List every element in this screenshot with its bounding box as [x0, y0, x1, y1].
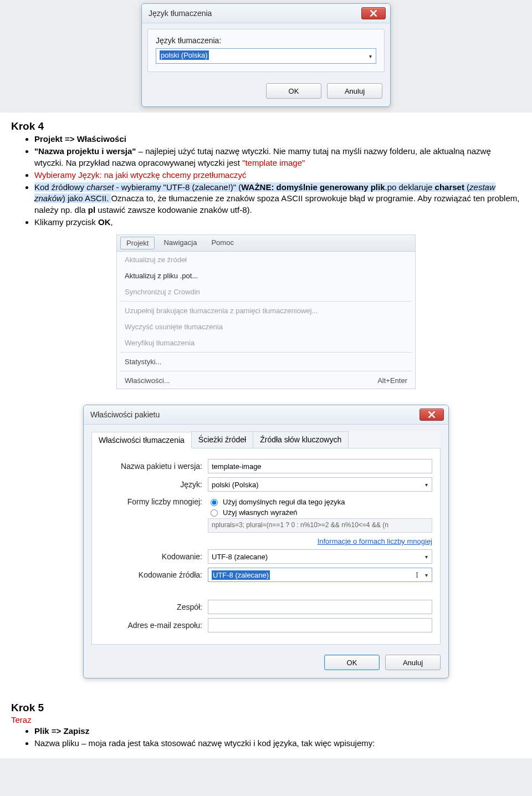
package-properties-dialog: Właściwości pakietu Właściwości tłumacze… — [83, 405, 449, 678]
menu-separator — [120, 371, 412, 371]
text-cursor-icon: I — [416, 570, 418, 580]
menu-item-shortcut: Alt+Enter — [377, 376, 407, 385]
step4-b5-bold: OK — [98, 217, 111, 227]
team-email-input[interactable] — [208, 618, 432, 632]
label-plural: Formy liczby mnogiej: — [100, 496, 208, 506]
menubar: Projekt Nawigacja Pomoc — [117, 235, 415, 252]
label-package-name: Nazwa pakietu i wersja: — [100, 462, 208, 471]
tab-source-paths[interactable]: Ścieżki źródeł — [191, 431, 253, 448]
step4-b3: Wybieramy Język: na jaki wtyczkę chcemy … — [34, 170, 246, 180]
step4-b4-pre: Kod źródłowy — [34, 182, 86, 192]
step5-b1: Plik => Zapisz — [34, 726, 89, 736]
menu-item-validate[interactable]: Weryfikuj tłumaczenia — [117, 335, 415, 351]
encoding-select[interactable]: ▾ — [208, 549, 432, 564]
radio-custom-plural-input[interactable] — [211, 509, 218, 517]
menu-separator — [120, 352, 412, 353]
close-button[interactable] — [420, 409, 444, 421]
menu-item-stats[interactable]: Statystyki... — [117, 354, 415, 370]
ok-button[interactable]: OK — [324, 655, 380, 670]
radio-label: Użyj domyślnych reguł dla tego języka — [223, 498, 345, 506]
menu-separator — [120, 301, 412, 302]
package-name-input[interactable] — [208, 459, 432, 473]
step5-list: Plik => Zapisz Nazwa pliku – moja rada j… — [11, 726, 521, 749]
close-icon — [370, 9, 377, 18]
titlebar: Właściwości pakietu — [84, 405, 448, 425]
plural-info-link[interactable]: Informacje o formach liczby mnogiej — [318, 537, 432, 545]
radio-custom-plural[interactable]: Użyj własnych wyrażeń — [208, 508, 432, 517]
menu-projekt[interactable]: Projekt — [120, 237, 155, 249]
source-encoding-value: UTF-8 (zalecane) — [212, 570, 270, 580]
step4-b1: Projekt => Właściwości — [34, 134, 126, 144]
source-encoding-select[interactable]: UTF-8 (zalecane) I ▾ — [208, 568, 432, 582]
step4-b4-it: charset — [86, 182, 114, 192]
step5-b2: Nazwa pliku – moja rada jest taka stosow… — [34, 738, 375, 748]
label-language: Język: — [100, 480, 208, 489]
label-encoding: Kodowanie: — [100, 552, 208, 561]
step4-b5-pre: Klikamy przycisk — [34, 217, 98, 227]
team-input[interactable] — [208, 600, 432, 614]
menu-item-clear-removed[interactable]: Wyczyść usunięte tłumaczenia — [117, 319, 415, 335]
step5-heading: Krok 5 — [11, 702, 521, 714]
radio-label: Użyj własnych wyrażeń — [223, 508, 297, 517]
menu-item-label: Właściwości... — [125, 376, 170, 385]
step4-b5-tail: , — [111, 217, 113, 227]
label-team: Zespół: — [100, 603, 208, 611]
label-source-encoding: Kodowanie źródła: — [100, 570, 208, 579]
step4-b2-pre: "Nazwa projektu i wersja" — [34, 146, 136, 156]
language-select[interactable]: polski (Polska) ▾ — [156, 48, 376, 64]
project-menu-screenshot: Projekt Nawigacja Pomoc Aktualizuj ze źr… — [116, 234, 416, 389]
menu-nawigacja[interactable]: Nawigacja — [158, 237, 202, 249]
dialog-title: Język tłumaczenia — [149, 9, 212, 18]
close-icon — [428, 410, 435, 420]
step4-b4-bold3: pl — [88, 205, 95, 215]
step4-b4-bold1: WAŻNE: domyślnie generowany plik — [241, 182, 385, 192]
step4-list: Projekt => Właściwości "Nazwa projektu i… — [11, 134, 521, 228]
menu-item-update-pot[interactable]: Aktualizuj z pliku .pot... — [117, 268, 415, 284]
language-value: polski (Polska) — [160, 50, 209, 60]
step4-heading: Krok 4 — [11, 120, 521, 132]
menu-item-update-sources[interactable]: Aktualizuj ze źródeł — [117, 252, 415, 268]
step4-b4-tail2: ustawić zawsze kodowanie znaków utf-8). — [95, 205, 252, 215]
step4-b4-mid: - wybieramy "UTF-8 (zalecane!)" ( — [114, 182, 241, 192]
encoding-value[interactable] — [208, 549, 432, 564]
radio-default-plural-input[interactable] — [211, 499, 218, 506]
tabs: Właściwości tłumaczenia Ścieżki źródeł Ź… — [91, 431, 441, 448]
cancel-button[interactable]: Anuluj — [385, 655, 441, 670]
plural-expression: nplurals=3; plural=(n==1 ? 0 : n%10>=2 &… — [208, 518, 432, 533]
step4-b4-after3: ) jako ASCII. — [63, 193, 109, 203]
dialog-title: Właściwości pakietu — [90, 410, 160, 419]
step5-teraz: Teraz — [11, 715, 521, 724]
step4-b4-after1: .po deklaruje — [385, 182, 435, 192]
ok-button[interactable]: OK — [266, 83, 321, 99]
cancel-button[interactable]: Anuluj — [327, 83, 382, 99]
titlebar: Język tłumaczenia — [142, 4, 390, 23]
menu-item-fill-tm[interactable]: Uzupełnij brakujące tłumaczenia z pamięc… — [117, 303, 415, 319]
tab-panel: Nazwa pakietu i wersja: Język: ▾ — [91, 448, 441, 645]
language-value[interactable] — [208, 477, 432, 492]
step4-b2-red: "template image" — [242, 158, 305, 167]
menu-pomoc[interactable]: Pomoc — [206, 237, 239, 249]
close-button[interactable] — [361, 7, 386, 19]
label-team-email: Adres e-mail zespołu: — [100, 621, 208, 630]
menu-item-crowdin[interactable]: Synchronizuj z Crowdin — [117, 284, 415, 300]
tab-keywords[interactable]: Źródła słów kluczowych — [253, 431, 349, 448]
language-select[interactable]: ▾ — [208, 477, 432, 492]
step4-b4-bold2: charset — [435, 182, 464, 192]
language-field-label: Język tłumaczenia: — [156, 36, 376, 45]
translation-language-dialog: Język tłumaczenia Język tłumaczenia: pol… — [141, 3, 391, 107]
step4-b4-after2: ( — [464, 182, 469, 192]
radio-default-plural[interactable]: Użyj domyślnych reguł dla tego języka — [208, 497, 432, 506]
tab-translation-props[interactable]: Właściwości tłumaczenia — [91, 432, 192, 448]
menu-item-properties[interactable]: Właściwości... Alt+Enter — [117, 373, 415, 389]
